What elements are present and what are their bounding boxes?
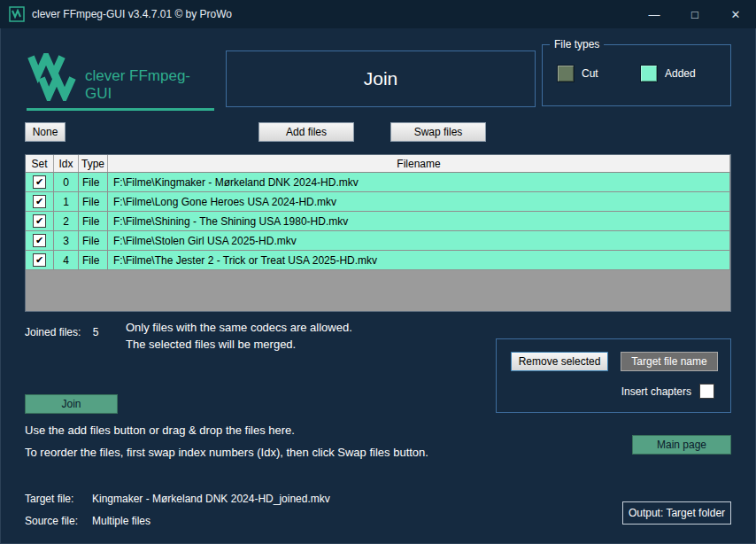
set-cell: ✔ [26, 173, 54, 191]
app-icon [9, 6, 25, 22]
file-types-groupbox: File types Cut Added [542, 44, 731, 106]
table-row[interactable]: ✔2FileF:\Filme\Shining - The Shining USA… [26, 212, 730, 231]
type-cell: File [79, 212, 108, 230]
info-line-1: Only files with the same codecs are allo… [126, 319, 352, 336]
source-file-value: Multiple files [92, 515, 150, 527]
filename-cell: F:\Filme\Stolen Girl USA 2025-HD.mkv [108, 231, 730, 250]
window-controls: — □ ✕ [634, 0, 756, 28]
added-label: Added [665, 67, 696, 80]
join-button[interactable]: Join [25, 394, 118, 414]
table-row[interactable]: ✔4FileF:\Filme\The Jester 2 - Trick or T… [26, 251, 730, 270]
column-header-filename[interactable]: Filename [108, 155, 730, 172]
add-files-button[interactable]: Add files [258, 122, 354, 142]
filename-cell: F:\Filme\Shining - The Shining USA 1980-… [108, 212, 730, 230]
info-text: Only files with the same codecs are allo… [126, 319, 352, 353]
set-cell: ✔ [26, 212, 54, 230]
table-row[interactable]: ✔3FileF:\Filme\Stolen Girl USA 2025-HD.m… [26, 231, 730, 251]
filename-cell: F:\Filme\Kingmaker - Mørkeland DNK 2024-… [108, 173, 730, 191]
joined-files-count: 5 [93, 326, 99, 338]
column-header-set[interactable]: Set [26, 155, 54, 172]
type-cell: File [79, 231, 108, 250]
none-button[interactable]: None [25, 122, 66, 142]
files-table: Set Idx Type Filename ✔0FileF:\Filme\Kin… [25, 154, 731, 312]
type-cell: File [79, 192, 108, 211]
window-title: clever FFmpeg-GUI v3.4.7.01 © by ProWo [32, 8, 232, 20]
idx-cell: 1 [54, 192, 79, 211]
hint-add-files: Use the add files button or drag & drop … [25, 424, 295, 437]
maximize-button[interactable]: □ [675, 0, 715, 28]
file-types-label: File types [550, 38, 604, 51]
set-cell: ✔ [26, 231, 54, 250]
insert-chapters-checkbox[interactable] [699, 384, 714, 399]
target-file-value: Kingmaker - Mørkeland DNK 2024-HD_joined… [92, 493, 330, 505]
idx-cell: 3 [54, 231, 79, 250]
logo-zigzag-icon [27, 53, 78, 105]
source-file-row: Source file: Multiple files [25, 515, 150, 527]
cut-label: Cut [582, 67, 598, 80]
set-cell: ✔ [26, 251, 54, 269]
insert-chapters-label: Insert chapters [621, 385, 691, 398]
titlebar: clever FFmpeg-GUI v3.4.7.01 © by ProWo —… [0, 0, 756, 28]
app-logo: clever FFmpeg-GUI [27, 48, 214, 111]
row-checkbox[interactable]: ✔ [33, 175, 46, 189]
logo-text: clever FFmpeg-GUI [85, 67, 214, 103]
row-checkbox[interactable]: ✔ [33, 195, 46, 208]
minimize-button[interactable]: — [634, 0, 675, 28]
column-header-type[interactable]: Type [79, 155, 108, 172]
target-file-row: Target file: Kingmaker - Mørkeland DNK 2… [25, 493, 330, 505]
output-target-folder-button[interactable]: Output: Target folder [622, 501, 731, 525]
legend-item-added: Added [640, 65, 696, 82]
table-row[interactable]: ✔0FileF:\Filme\Kingmaker - Mørkeland DNK… [26, 173, 730, 192]
row-checkbox[interactable]: ✔ [33, 234, 46, 247]
type-cell: File [79, 173, 108, 191]
target-file-label: Target file: [25, 493, 80, 505]
idx-cell: 2 [54, 212, 79, 230]
column-header-idx[interactable]: Idx [54, 155, 79, 172]
close-button[interactable]: ✕ [715, 0, 756, 28]
table-header: Set Idx Type Filename [26, 155, 730, 173]
app-window: clever FFmpeg-GUI v3.4.7.01 © by ProWo —… [0, 0, 756, 544]
table-row[interactable]: ✔1FileF:\Filme\Long Gone Heroes USA 2024… [26, 192, 730, 212]
page-title: Join [364, 68, 398, 89]
filename-cell: F:\Filme\The Jester 2 - Trick or Treat U… [108, 251, 730, 269]
table-body: ✔0FileF:\Filme\Kingmaker - Mørkeland DNK… [26, 173, 730, 270]
idx-cell: 4 [54, 251, 79, 269]
filename-cell: F:\Filme\Long Gone Heroes USA 2024-HD.mk… [108, 192, 730, 211]
cut-color-swatch [557, 65, 575, 82]
remove-selected-button[interactable]: Remove selected [511, 352, 608, 371]
joined-files-label: Joined files: [25, 326, 81, 338]
idx-cell: 0 [54, 173, 79, 191]
row-checkbox[interactable]: ✔ [33, 214, 46, 228]
actions-groupbox: Remove selected Target file name Insert … [496, 338, 731, 413]
set-cell: ✔ [26, 192, 54, 211]
swap-files-button[interactable]: Swap files [390, 122, 486, 142]
source-file-label: Source file: [25, 515, 80, 527]
legend-item-cut: Cut [557, 65, 598, 82]
main-page-button[interactable]: Main page [632, 435, 731, 455]
info-line-2: The selected files will be merged. [126, 336, 352, 353]
row-checkbox[interactable]: ✔ [33, 253, 46, 267]
type-cell: File [79, 251, 108, 269]
added-color-swatch [640, 65, 658, 82]
hint-reorder: To reorder the files, first swap index n… [25, 446, 428, 459]
page-title-box: Join [226, 51, 536, 107]
joined-files-status: Joined files: 5 [25, 326, 98, 338]
target-file-name-button[interactable]: Target file name [621, 352, 718, 371]
